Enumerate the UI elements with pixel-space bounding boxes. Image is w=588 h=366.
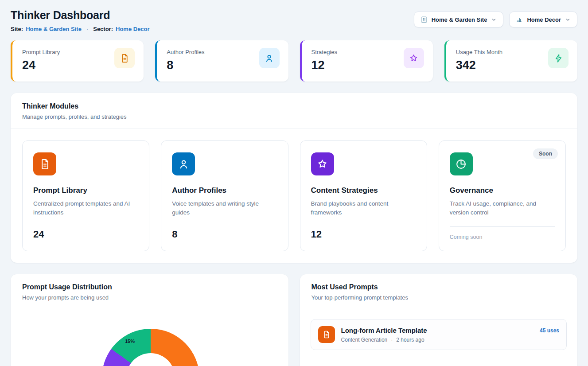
document-icon	[33, 152, 56, 175]
module-title: Prompt Library	[33, 186, 138, 195]
header: Thinker Dashboard Site: Home & Garden Si…	[11, 9, 577, 32]
sector-link[interactable]: Home Decor	[116, 26, 150, 32]
site-selector-label: Home & Garden Site	[432, 16, 487, 23]
modules-grid: Prompt Library Centralized prompt templa…	[11, 129, 577, 263]
prompt-time: 2 hours ago	[396, 337, 424, 343]
chevron-down-icon	[565, 17, 571, 23]
module-description: Track AI usage, compliance, and version …	[450, 199, 555, 218]
pie-chart-icon	[450, 152, 473, 175]
panel-subtitle: How your prompts are being used	[22, 294, 277, 301]
panel-title: Thinker Modules	[22, 102, 566, 110]
panel-subtitle: Manage prompts, profiles, and strategies	[22, 113, 566, 120]
prompt-meta: Content Generation · 2 hours ago	[341, 337, 427, 343]
sector-selector-dropdown[interactable]: Home Decor	[509, 12, 577, 27]
site-label: Site:	[11, 26, 23, 32]
prompt-category: Content Generation	[341, 337, 388, 343]
stat-card-strategies: Strategies 12	[300, 40, 433, 82]
star-icon	[404, 48, 424, 68]
module-card-author-profiles[interactable]: Author Profiles Voice templates and writ…	[161, 140, 288, 251]
most-used-prompts-header: Most Used Prompts Your top-performing pr…	[300, 274, 578, 309]
header-left: Thinker Dashboard Site: Home & Garden Si…	[11, 9, 150, 32]
module-title: Content Strategies	[311, 186, 416, 195]
module-count: 24	[33, 221, 138, 240]
usage-distribution-panel: Prompt Usage Distribution How your promp…	[11, 274, 288, 366]
most-used-prompts-panel: Most Used Prompts Your top-performing pr…	[300, 274, 578, 366]
stats-row: Prompt Library 24 Author Profiles 8 Stra…	[11, 40, 577, 82]
bottom-row: Prompt Usage Distribution How your promp…	[11, 274, 577, 366]
star-icon	[311, 152, 334, 175]
dashboard-page: Thinker Dashboard Site: Home & Garden Si…	[0, 0, 588, 366]
module-description: Centralized prompt templates and AI inst…	[33, 199, 138, 218]
user-icon	[259, 48, 280, 68]
soon-badge: Soon	[533, 148, 558, 159]
stat-card-usage: Usage This Month 342	[444, 40, 577, 82]
stat-card-author-profiles: Author Profiles 8	[155, 40, 288, 82]
module-count: 8	[172, 221, 277, 240]
document-icon	[114, 48, 135, 68]
prompt-title: Long-form Article Template	[341, 327, 427, 334]
module-card-governance: Soon Governance Track AI usage, complian…	[439, 140, 566, 251]
module-description: Brand playbooks and content frameworks	[311, 199, 416, 218]
header-actions: Home & Garden Site Home Decor	[414, 12, 577, 27]
panel-subtitle: Your top-performing prompt templates	[312, 294, 566, 301]
donut-chart-area: 15%	[11, 309, 288, 366]
thinker-modules-panel: Thinker Modules Manage prompts, profiles…	[11, 93, 577, 263]
site-link[interactable]: Home & Garden Site	[26, 26, 82, 32]
separator-dot: ·	[86, 26, 88, 32]
prompt-item-text: Long-form Article Template Content Gener…	[341, 327, 427, 343]
breadcrumb: Site: Home & Garden Site · Sector: Home …	[11, 26, 150, 32]
prompt-list: Long-form Article Template Content Gener…	[300, 309, 578, 360]
site-selector-dropdown[interactable]: Home & Garden Site	[414, 12, 504, 27]
building-icon	[421, 16, 428, 23]
donut-slice-label: 15%	[125, 339, 135, 344]
coming-soon-label: Coming soon	[450, 226, 555, 240]
panel-title: Most Used Prompts	[312, 283, 566, 291]
stat-card-prompt-library: Prompt Library 24	[11, 40, 144, 82]
sector-selector-label: Home Decor	[527, 16, 561, 23]
donut-chart	[102, 329, 199, 366]
panel-title: Prompt Usage Distribution	[22, 283, 277, 291]
uses-badge: 45 uses	[540, 327, 559, 334]
page-title: Thinker Dashboard	[11, 9, 150, 22]
list-item-prompt[interactable]: Long-form Article Template Content Gener…	[311, 319, 567, 350]
module-count: 12	[311, 221, 416, 240]
bar-chart-icon	[516, 16, 523, 23]
sector-label: Sector:	[93, 26, 113, 32]
chevron-down-icon	[491, 17, 497, 23]
lightning-icon	[548, 48, 569, 68]
document-icon	[318, 326, 335, 343]
module-title: Governance	[450, 186, 555, 195]
usage-distribution-header: Prompt Usage Distribution How your promp…	[11, 274, 288, 309]
module-card-prompt-library[interactable]: Prompt Library Centralized prompt templa…	[22, 140, 149, 251]
module-title: Author Profiles	[172, 186, 277, 195]
separator-dot: ·	[391, 337, 393, 343]
user-icon	[172, 152, 195, 175]
thinker-modules-header: Thinker Modules Manage prompts, profiles…	[11, 93, 577, 129]
module-card-content-strategies[interactable]: Content Strategies Brand playbooks and c…	[300, 140, 427, 251]
module-description: Voice templates and writing style guides	[172, 199, 277, 218]
